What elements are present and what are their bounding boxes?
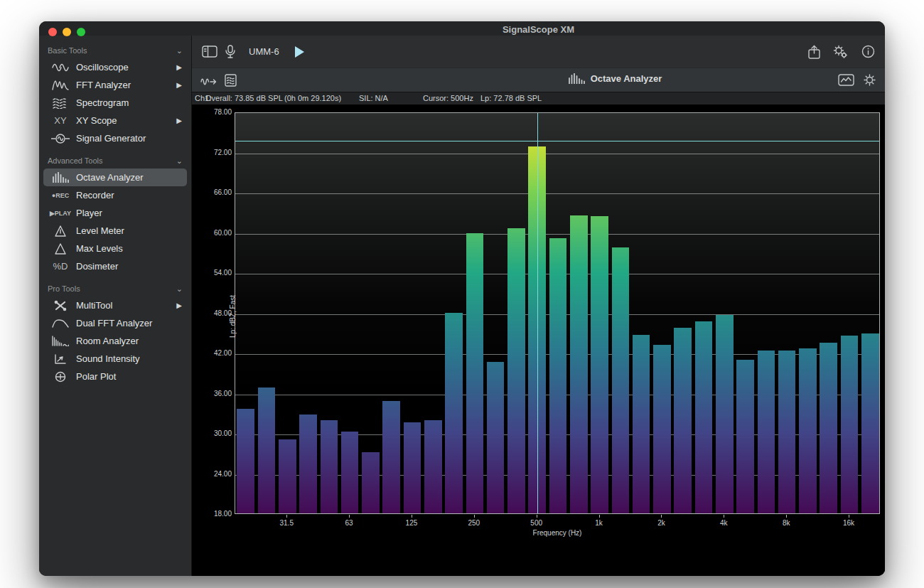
sidebar-item-level-meter[interactable]: Level Meter (43, 222, 187, 240)
chart-window-icon[interactable] (838, 74, 854, 86)
sidebar-item-dosimeter[interactable]: %DDosimeter (43, 257, 187, 275)
collapse-chevron-icon[interactable]: ⌄ (176, 156, 183, 166)
x-tick-label: 1k (595, 519, 603, 527)
status-lp: Lp: 72.78 dB SPL (480, 94, 542, 102)
polar-plot-icon (48, 371, 72, 383)
traffic-lights (39, 21, 192, 36)
x-tick-mark (474, 515, 475, 518)
octave-band-bar-20k (861, 333, 879, 513)
octave-bars-icon (568, 73, 585, 84)
x-tick-label: 4k (720, 519, 728, 527)
octave-band-bar-630 (549, 238, 567, 513)
octave-band-bar-400 (507, 228, 525, 513)
section-label: Advanced Tools (48, 156, 102, 165)
octave-band-bar-63 (341, 432, 359, 513)
octave-band-bar-160 (424, 420, 442, 513)
sidebar-item-octave-analyzer[interactable]: Octave Analyzer (43, 169, 187, 186)
spectrogram-icon (48, 97, 72, 109)
sidebar-item-label: Sound Intensity (72, 353, 140, 364)
sidebar-item-sound-intensity[interactable]: Sound Intensity (43, 350, 187, 368)
octave-band-bar-40 (299, 415, 317, 513)
sidebar-item-label: Dosimeter (72, 261, 118, 272)
main-content: UMM-6 Octave Analyzer (192, 36, 885, 576)
sidebar-item-signal-generator[interactable]: Signal Generator (43, 129, 187, 147)
collapse-chevron-icon[interactable]: ⌄ (176, 284, 183, 294)
sidebar-toggle-icon[interactable] (202, 46, 217, 58)
x-tick-mark (786, 515, 787, 518)
sidebar-item-xy-scope[interactable]: XYXY Scope▶ (43, 112, 187, 129)
sidebar-item-label: Polar Plot (72, 371, 116, 382)
sidebar-item-multitool[interactable]: MultiTool▶ (43, 296, 187, 314)
info-icon[interactable] (861, 45, 875, 58)
sidebar-item-label: MultiTool (72, 300, 112, 311)
octave-band-bar-1.25k (612, 247, 630, 513)
sidebar-item-recorder[interactable]: ●RECRecorder (43, 186, 187, 204)
player-icon: ▶PLAY (48, 210, 72, 217)
x-tick-label: 125 (406, 519, 418, 527)
sidebar-item-dual-fft-analyzer[interactable]: Dual FFT Analyzer (43, 314, 187, 332)
sidebar-item-fft-analyzer[interactable]: FFT Analyzer▶ (43, 76, 187, 94)
sidebar-item-label: Recorder (72, 190, 114, 201)
status-cursor: Cursor: 500Hz (423, 94, 473, 102)
disclosure-arrow-icon[interactable]: ▶ (176, 81, 182, 89)
zoom-window-button[interactable] (77, 28, 85, 36)
minimize-window-button[interactable] (63, 28, 71, 36)
disclosure-arrow-icon[interactable]: ▶ (176, 301, 182, 309)
window-title: SignalScope XM (192, 23, 885, 35)
x-tick-label: 16k (843, 519, 854, 527)
x-tick-mark (599, 515, 600, 518)
analyzer-toolbar: Octave Analyzer (192, 68, 885, 92)
sidebar-item-label: Max Levels (72, 243, 123, 254)
section-label: Pro Tools (48, 284, 80, 293)
frequency-cursor-line[interactable] (537, 113, 538, 513)
collapse-chevron-icon[interactable]: ⌄ (176, 46, 183, 55)
disclosure-arrow-icon[interactable]: ▶ (176, 63, 182, 71)
snapshot-document-icon[interactable] (225, 74, 237, 87)
oscilloscope-icon (48, 62, 72, 73)
max-levels-icon (48, 243, 72, 255)
y-tick-label: 18.00 (195, 510, 232, 518)
share-icon[interactable] (808, 45, 820, 59)
main-toolbar: UMM-6 (192, 36, 885, 68)
octave-band-bar-1.6k (633, 335, 650, 513)
octave-band-bar-315 (487, 362, 505, 513)
section-header-pro-tools[interactable]: Pro Tools⌄ (39, 281, 191, 296)
y-gridline (235, 234, 879, 235)
x-tick-mark (537, 515, 537, 518)
octave-band-bar-6.3k (758, 351, 775, 513)
octave-plot-area[interactable] (235, 112, 880, 514)
sidebar-item-max-levels[interactable]: Max Levels (43, 240, 187, 257)
settings-gears-icon[interactable] (832, 45, 849, 59)
disclosure-arrow-icon[interactable]: ▶ (176, 117, 182, 124)
octave-band-bar-800 (570, 215, 588, 513)
octave-band-bar-100 (382, 401, 400, 513)
x-tick-label: 8k (783, 519, 790, 527)
sidebar-item-oscilloscope[interactable]: Oscilloscope▶ (43, 58, 187, 76)
recorder-icon: ●REC (48, 192, 72, 199)
octave-band-bar-2k (653, 345, 671, 513)
play-button[interactable] (295, 46, 304, 58)
microphone-icon[interactable] (225, 45, 236, 58)
sidebar-item-spectrogram[interactable]: Spectrogram (43, 94, 187, 112)
status-sil: SIL: N/A (359, 94, 388, 102)
input-device-label[interactable]: UMM-6 (249, 46, 279, 57)
section-header-advanced-tools[interactable]: Advanced Tools⌄ (39, 153, 191, 169)
dosimeter-icon: %D (48, 261, 72, 272)
sidebar: Basic Tools⌄Oscilloscope▶FFT Analyzer▶Sp… (39, 36, 192, 576)
signal-output-icon[interactable] (200, 75, 217, 85)
sidebar-item-player[interactable]: ▶PLAYPlayer (43, 204, 187, 222)
dual-fft-icon (48, 319, 72, 328)
y-gridline (235, 193, 879, 194)
sidebar-item-polar-plot[interactable]: Polar Plot (43, 368, 187, 385)
close-window-button[interactable] (48, 28, 57, 36)
sidebar-item-room-analyzer[interactable]: Room Analyzer (43, 332, 187, 350)
x-tick-label: 500 (530, 519, 542, 527)
app-window: SignalScope XM Basic Tools⌄Oscilloscope▶… (39, 21, 885, 576)
gear-icon[interactable] (863, 73, 876, 87)
section-header-basic-tools[interactable]: Basic Tools⌄ (39, 43, 191, 58)
overall-level-line (235, 141, 879, 141)
octave-band-bar-25 (258, 387, 276, 513)
octave-band-bar-80 (362, 452, 380, 513)
sidebar-item-label: XY Scope (72, 115, 117, 126)
status-elapsed: (0h 0m 29.120s) (284, 94, 341, 102)
